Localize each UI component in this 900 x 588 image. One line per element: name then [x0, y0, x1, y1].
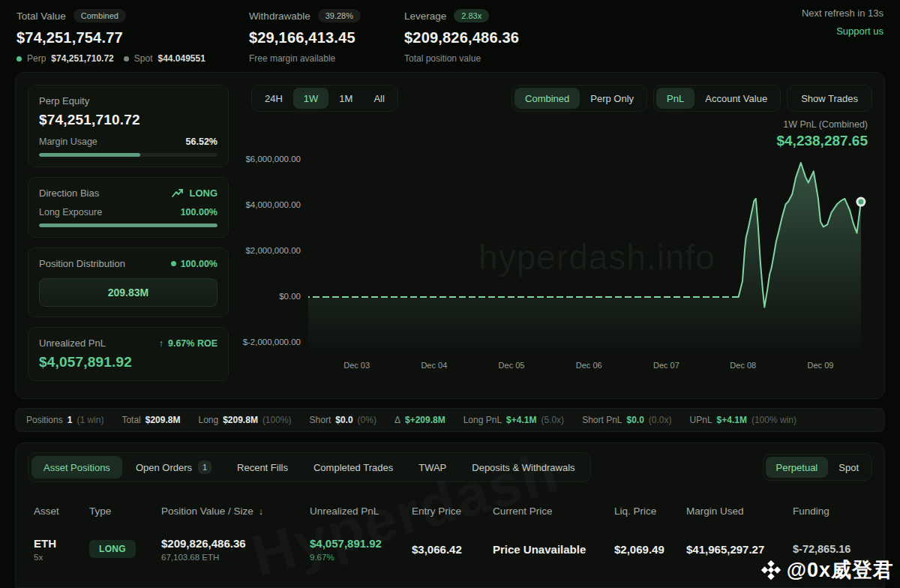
metric-button-account-value[interactable]: Account Value — [694, 88, 778, 109]
market-button-perpetual[interactable]: Perpetual — [766, 457, 829, 478]
x-tick-label: Dec 07 — [653, 361, 680, 370]
perp-label: Perp — [27, 53, 46, 64]
col-header-asset: Asset — [34, 506, 89, 517]
mode-button-combined[interactable]: Combined — [514, 88, 580, 109]
pnl-summary-label: 1W PnL (Combined) — [776, 119, 868, 130]
account-metrics-column: Perp Equity $74,251,710.72 Margin Usage … — [16, 73, 241, 398]
liq-price: $2,069.49 — [614, 543, 686, 556]
tab-recent-fills[interactable]: Recent Fills — [225, 456, 300, 478]
show-trades-button[interactable]: Show Trades — [787, 85, 872, 112]
col-header-position-value-size[interactable]: Position Value / Size↓ — [161, 506, 310, 517]
x-tick-label: Dec 05 — [499, 361, 525, 370]
leverage-badge: 2.83x — [454, 9, 489, 22]
withdrawable-amount: $29,166,413.45 — [249, 29, 361, 46]
tab-completed-trades[interactable]: Completed Trades — [302, 456, 405, 478]
summary-positions: Positions1(1 win) — [26, 415, 104, 425]
asset-symbol: ETH — [34, 537, 89, 550]
range-button-24h[interactable]: 24H — [254, 88, 293, 109]
summary-short-pnl: Short PnL$0.0(0.0x) — [582, 415, 671, 425]
range-button-1m[interactable]: 1M — [328, 88, 363, 109]
market-button-spot[interactable]: Spot — [828, 457, 869, 478]
col-header-funding: Funding — [793, 506, 866, 517]
sort-desc-icon: ↓ — [259, 506, 264, 517]
position-distribution-label: Position Distribution — [39, 258, 125, 269]
total-value-amount: $74,251,754.77 — [16, 29, 206, 46]
unrealized-pnl-label: Unrealized PnL — [39, 338, 106, 349]
watermark-credit: @0x威登君 — [760, 556, 894, 584]
distribution-pct: 100.00% — [171, 259, 218, 269]
metric-button-pnl[interactable]: PnL — [656, 88, 694, 109]
row-upnl-value: $4,057,891.92 — [310, 537, 412, 550]
current-price: Price Unavailable — [493, 543, 614, 556]
y-tick-label: $0.00 — [241, 292, 301, 301]
x-tick-label: Dec 09 — [808, 361, 834, 370]
mode-button-perp-only[interactable]: Perp Only — [580, 88, 644, 109]
y-tick-label: $6,000,000.00 — [241, 154, 301, 164]
distribution-dot-icon — [171, 261, 176, 266]
positions-summary-bar: Positions1(1 win)Total$209.8MLong$209.8M… — [15, 408, 885, 432]
perp-value: $74,251,710.72 — [51, 53, 113, 64]
margin-usage-bar — [39, 153, 218, 157]
market-type-toggle: PerpetualSpot — [763, 454, 872, 481]
col-header-liq-price: Liq. Price — [614, 506, 686, 517]
direction-bias-value: LONG — [172, 188, 218, 199]
tab-open-orders[interactable]: Open Orders1 — [124, 456, 224, 478]
withdrawable-pct-badge: 39.28% — [318, 9, 361, 22]
row-upnl-roe: 9.67% — [310, 553, 412, 562]
long-exposure-bar — [39, 224, 218, 227]
perp-equity-value: $74,251,710.72 — [39, 112, 218, 128]
range-button-1w[interactable]: 1W — [293, 88, 329, 109]
summary-long-pnl: Long PnL$+4.1M(5.0x) — [464, 415, 564, 425]
range-button-all[interactable]: All — [363, 88, 394, 109]
pnl-chart-svg — [308, 151, 885, 355]
position-type-badge: LONG — [89, 540, 136, 558]
position-distribution-card: Position Distribution 100.00% 209.83M — [28, 248, 229, 317]
x-tick-label: Dec 06 — [576, 361, 602, 370]
table-header-row: AssetTypePosition Value / Size↓Unrealize… — [16, 499, 884, 523]
positions-panel: Asset PositionsOpen Orders1Recent FillsC… — [15, 442, 885, 588]
summary-upnl: UPnL$+4.1M(100% win) — [690, 415, 796, 425]
time-range-group: 24H1W1MAll — [251, 85, 398, 112]
margin-usage-value: 56.52% — [186, 136, 218, 147]
pnl-account-toggle: PnLAccount Value — [653, 85, 781, 112]
leverage-stat: Leverage 2.83x $209,826,486.36 Total pos… — [404, 9, 519, 64]
combined-perp-toggle: CombinedPerp Only — [512, 85, 647, 112]
tab-open-orders-count-badge: 1 — [198, 460, 212, 474]
tab-twap[interactable]: TWAP — [406, 456, 458, 478]
long-exposure-value: 100.00% — [181, 207, 218, 218]
table-row[interactable]: ETH 5x LONG $209,826,486.36 67,103.68 ET… — [16, 526, 884, 572]
y-tick-label: $2,000,000.00 — [241, 246, 301, 255]
unrealized-pnl-card: Unrealized PnL ↑ 9.67% ROE $4,057,891.92 — [28, 327, 229, 381]
long-exposure-label: Long Exposure — [39, 207, 102, 218]
asset-leverage: 5x — [34, 553, 89, 562]
top-stats-bar: Total Value Combined $74,251,754.77 Perp… — [0, 0, 900, 72]
col-header-type: Type — [89, 506, 161, 517]
entry-price: $3,066.42 — [412, 543, 493, 556]
perp-equity-card: Perp Equity $74,251,710.72 Margin Usage … — [28, 85, 229, 167]
positions-table: AssetTypePosition Value / Size↓Unrealize… — [16, 499, 884, 572]
margin-used: $41,965,297.27 — [686, 543, 793, 556]
col-header-margin-used: Margin Used — [686, 506, 793, 517]
funding-value: $-72,865.16 — [793, 543, 866, 555]
x-tick-label: Dec 08 — [730, 361, 756, 370]
withdrawable-stat: Withdrawable 39.28% $29,166,413.45 Free … — [249, 9, 361, 64]
summary-: Δ$+209.8M — [394, 415, 446, 425]
trend-up-icon — [172, 188, 184, 198]
pnl-chart[interactable]: hyperdash.info $6,000,000.00$4,000,000.0… — [241, 151, 885, 376]
summary-long: Long$209.8M(100%) — [198, 415, 291, 425]
tab-deposits-withdrawals[interactable]: Deposits & Withdrawals — [460, 456, 586, 478]
arrow-up-icon: ↑ — [159, 338, 164, 349]
withdrawable-sub: Free margin available — [249, 53, 361, 64]
diamond-logo-icon — [760, 559, 782, 581]
pnl-summary: 1W PnL (Combined) $4,238,287.65 — [776, 119, 868, 149]
leverage-amount: $209,826,486.36 — [404, 29, 519, 46]
distribution-segment-eth[interactable]: 209.83M — [39, 278, 218, 307]
perp-dot-icon — [16, 56, 22, 62]
support-us-link[interactable]: Support us — [836, 26, 884, 37]
col-header-current-price: Current Price — [493, 506, 614, 517]
position-value: $209,826,486.36 — [161, 537, 310, 550]
x-tick-label: Dec 03 — [344, 361, 370, 370]
x-tick-label: Dec 04 — [421, 361, 447, 370]
tab-asset-positions[interactable]: Asset Positions — [32, 456, 122, 478]
col-header-unrealized-pnl: Unrealized PnL — [310, 506, 412, 517]
